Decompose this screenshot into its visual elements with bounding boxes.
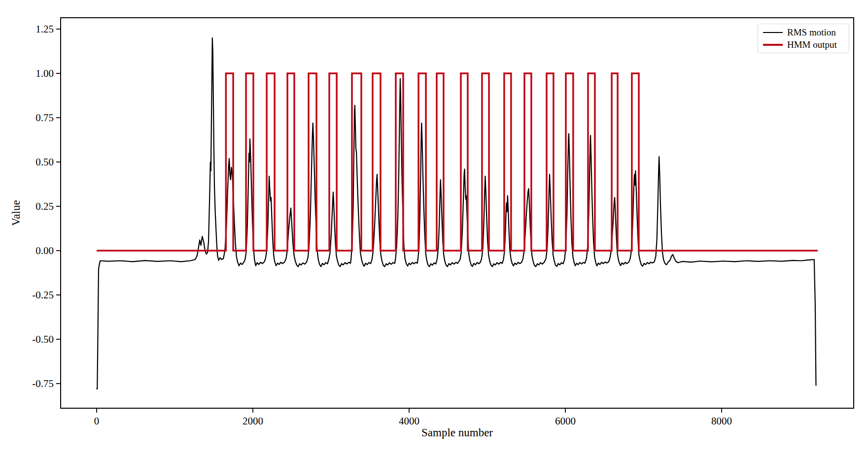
rms-motion-line [97, 38, 816, 389]
x-axis: 02000400060008000 [94, 408, 732, 427]
legend: RMS motion HMM output [758, 24, 849, 53]
y-tick-label: -0.25 [32, 289, 54, 301]
hmm-output-line-swatch [763, 44, 783, 46]
legend-label-rms-motion: RMS motion [787, 28, 836, 37]
x-tick-label: 6000 [555, 415, 576, 427]
y-tick-label: -0.50 [32, 333, 54, 345]
y-tick-label: 1.00 [35, 67, 54, 79]
figure: 020004000600080001.251.000.750.500.250.0… [0, 0, 868, 454]
legend-label-hmm-output: HMM output [787, 40, 837, 49]
legend-entry-hmm-output: HMM output [763, 40, 844, 49]
legend-entry-rms-motion: RMS motion [763, 28, 844, 37]
x-tick-label: 0 [94, 415, 100, 427]
x-tick-label: 8000 [711, 415, 732, 427]
y-axis-label: Value [10, 200, 22, 226]
x-tick-label: 4000 [399, 415, 419, 427]
x-tick-label: 2000 [243, 415, 263, 427]
y-tick-label: 0.00 [35, 245, 54, 257]
y-tick-label: 0.50 [35, 156, 54, 168]
plot-border [61, 18, 854, 408]
y-tick-label: 0.75 [35, 112, 54, 124]
hmm-output-line [97, 73, 818, 251]
y-tick-label: 1.25 [35, 23, 54, 35]
y-axis: 1.251.000.750.500.250.00-0.25-0.50-0.75 [32, 23, 61, 389]
y-tick-label: -0.75 [32, 378, 54, 389]
rms-motion-line-swatch [763, 32, 783, 33]
y-tick-label: 0.25 [35, 200, 54, 212]
chart-canvas: 020004000600080001.251.000.750.500.250.0… [0, 0, 868, 454]
x-axis-label: Sample number [421, 426, 493, 439]
